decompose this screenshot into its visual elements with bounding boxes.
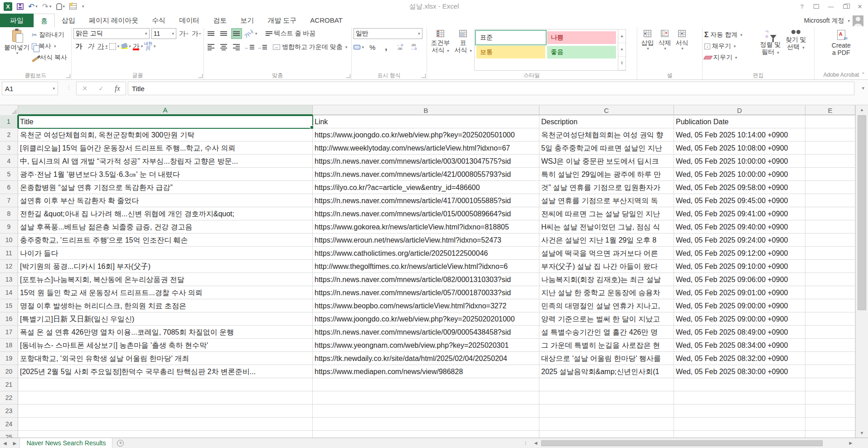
find-select-button[interactable]: 찾기 및선택 ▾ — [783, 28, 809, 71]
cell-description[interactable]: 설날 연휴를 기점으로 부산지역의 독 — [539, 194, 674, 207]
scroll-right-icon[interactable]: ▶ — [846, 441, 855, 445]
cell-date[interactable]: Wed, 05 Feb 2025 09:00:00 +0900 — [674, 312, 805, 326]
quick-analysis-button[interactable] — [69, 3, 77, 10]
scroll-left-icon[interactable]: ◀ — [531, 441, 540, 445]
align-left-button[interactable] — [206, 42, 217, 53]
cell-empty[interactable] — [805, 378, 855, 391]
insert-cells-button[interactable]: 삽입▾ — [639, 28, 656, 71]
fill-button[interactable]: ↓채우기▾ — [704, 41, 758, 51]
cell-title[interactable]: [동네뉴스- 스마트폰 세상보기] 농촌마을 '출생 축하 현수막' — [18, 339, 313, 352]
cell-empty[interactable] — [805, 260, 855, 273]
row-header[interactable]: 19 — [0, 352, 18, 365]
cell-description[interactable]: 양력 기준으로는 벌써 한 달이 지났고 — [539, 312, 674, 326]
row-header[interactable]: 16 — [0, 312, 18, 326]
cell-empty[interactable] — [805, 168, 855, 181]
cell-link[interactable]: https://n.news.naver.com/mnews/article/0… — [313, 207, 539, 220]
align-top-button[interactable] — [206, 28, 217, 39]
copy-button[interactable]: 복사▾ — [32, 41, 67, 51]
ribbon-display-options-button[interactable] — [810, 1, 823, 11]
horizontal-scroll-thumb[interactable] — [541, 440, 823, 446]
cell-title[interactable]: [포토뉴스]나눔복지회, 복산동에 온누리상품권 전달 — [18, 273, 313, 286]
cell-title[interactable]: 전한길 &quot;아내 집 나가려 해...신변 위협에 개인 경호까지&qu… — [18, 207, 313, 220]
row-header[interactable]: 25 — [0, 431, 18, 438]
borders-button[interactable]: ▾ — [109, 41, 120, 52]
cell-title[interactable]: 中, 딥시크의 AI 앱 개발 “국가적 성공” 자부심...창립자 고향은 방… — [18, 155, 313, 168]
account-area[interactable]: Microsoft 계정 ▾ — [804, 15, 863, 26]
cell-empty[interactable] — [805, 220, 855, 234]
font-family-select[interactable]: 맑은 고딕▾ — [73, 28, 150, 39]
decrease-indent-button[interactable]: ← — [244, 42, 255, 53]
next-sheet-icon[interactable]: ▶ — [10, 441, 20, 446]
fill-color-button[interactable]: ▾ — [121, 41, 131, 52]
cell-date[interactable]: Wed, 05 Feb 2025 10:00:00 +0900 — [674, 168, 805, 181]
cell-date[interactable]: Wed, 05 Feb 2025 09:45:00 +0900 — [674, 194, 805, 207]
number-format-select[interactable]: 일반▾ — [354, 28, 422, 39]
cell-link[interactable]: https://ilyo.co.kr/?ac=article_view&entr… — [313, 181, 539, 194]
align-bottom-button[interactable] — [231, 28, 242, 39]
create-pdf-button[interactable]: Createa PDF — [829, 28, 853, 71]
undo-button[interactable]: ↶▾ — [28, 3, 38, 10]
cell-date[interactable]: Wed, 05 Feb 2025 08:49:00 +0900 — [674, 326, 805, 339]
clear-button[interactable]: 지우기▾ — [704, 53, 758, 63]
name-box-splitter[interactable]: ⋮ — [66, 84, 72, 91]
cell-title[interactable]: 설날 후폭풍...베트남 젊은층 뇌졸중 급증, 건강 경고음 — [18, 220, 313, 234]
cell-description[interactable]: WSJ은 이날 중문판 보도에서 딥시크 — [539, 155, 674, 168]
cell-description[interactable]: 것” 설날 연휴를 기점으로 입원환자가 — [539, 181, 674, 194]
cell-link[interactable]: https://n.news.naver.com/mnews/article/4… — [313, 168, 539, 181]
cell-description[interactable]: 부자(父子) 설날 집 나간 아들이 왔다 — [539, 260, 674, 273]
sort-filter-button[interactable]: ㄱㅎ 정렬 및필터 ▾ — [758, 28, 783, 71]
cell-description[interactable]: 전씨에 따르면 그는 설날 당일인 지난 — [539, 207, 674, 220]
cell-empty[interactable] — [805, 391, 855, 404]
cell-empty[interactable] — [674, 404, 805, 418]
row-header[interactable]: 6 — [0, 181, 18, 194]
cell-date[interactable]: Wed, 05 Feb 2025 09:40:00 +0900 — [674, 220, 805, 234]
cell-date[interactable]: Wed, 05 Feb 2025 10:14:00 +0900 — [674, 128, 805, 141]
help-button[interactable]: ? — [795, 1, 808, 11]
cell-title[interactable]: 충주중학교, '드리프트 주행'으로 15억 인조잔디 훼손 — [18, 234, 313, 247]
align-center-button[interactable] — [218, 42, 229, 53]
italic-button[interactable]: 가 — [85, 41, 96, 52]
row-header[interactable]: 12 — [0, 260, 18, 273]
cell-title[interactable]: [특별기고]日新 又日新(일신 우일신) — [18, 312, 313, 326]
cell-empty[interactable] — [805, 404, 855, 418]
cell-description[interactable]: 특히 설날인 29일에는 광주에 하루 만 — [539, 168, 674, 181]
close-button[interactable]: ✕ — [853, 1, 866, 11]
cell-date[interactable]: Wed, 05 Feb 2025 09:06:00 +0900 — [674, 273, 805, 286]
cell-empty[interactable] — [805, 326, 855, 339]
tab-file[interactable]: 파일 — [0, 14, 34, 27]
cell-date[interactable]: Wed, 05 Feb 2025 08:30:00 +0900 — [674, 365, 805, 378]
cell-empty[interactable] — [539, 418, 674, 431]
orientation-button[interactable]: 가나▾ — [244, 28, 257, 39]
cell[interactable]: Description — [539, 115, 674, 128]
cell[interactable] — [805, 115, 855, 128]
conditional-formatting-button[interactable]: 조건부서식 ▾ — [429, 28, 452, 71]
row-header[interactable]: 5 — [0, 168, 18, 181]
row-header[interactable]: 7 — [0, 194, 18, 207]
cell-description[interactable]: 대상으로 '설날 어울림 한마당' 행사를 — [539, 352, 674, 365]
column-header-e[interactable]: E — [805, 105, 855, 115]
ribbon-tab[interactable]: 수식 — [145, 14, 172, 27]
row-header[interactable]: 15 — [0, 299, 18, 312]
increase-decimal-button[interactable]: ←.0.00 — [394, 42, 405, 53]
column-header-d[interactable]: D — [674, 105, 805, 115]
cell-link[interactable]: https://n.news.naver.com/mnews/article/4… — [313, 194, 539, 207]
cell-empty[interactable] — [313, 378, 539, 391]
ribbon-tab[interactable]: ACROBAT — [303, 14, 349, 27]
save-button[interactable] — [17, 3, 24, 10]
row-header[interactable]: 4 — [0, 155, 18, 168]
cell-style-option[interactable]: 나쁨 — [547, 31, 616, 44]
cell-style-option[interactable]: 표준 — [476, 31, 545, 44]
cell[interactable]: Title — [18, 115, 313, 128]
cell-description[interactable]: 설날에 떡국을 먹으면 과거보다 어른 — [539, 247, 674, 260]
tab-scroll-splitter[interactable]: ⁞ — [525, 440, 527, 446]
cell-empty[interactable] — [18, 431, 313, 438]
row-header[interactable]: 11 — [0, 247, 18, 260]
styles-gallery-scrollbar[interactable]: ▲▼⊽ — [618, 29, 626, 71]
cell-title[interactable]: 명절 이후 발생하는 허리디스크, 한의원 치료 초점은 — [18, 299, 313, 312]
underline-button[interactable]: 가▾ — [97, 41, 108, 52]
cell-empty[interactable] — [539, 431, 674, 438]
new-sheet-button[interactable]: + — [117, 440, 124, 447]
minimize-button[interactable]: — — [824, 1, 837, 11]
cell-link[interactable]: https://n.news.naver.com/mnews/article/0… — [313, 326, 539, 339]
cell-date[interactable]: Wed, 05 Feb 2025 08:34:00 +0900 — [674, 339, 805, 352]
